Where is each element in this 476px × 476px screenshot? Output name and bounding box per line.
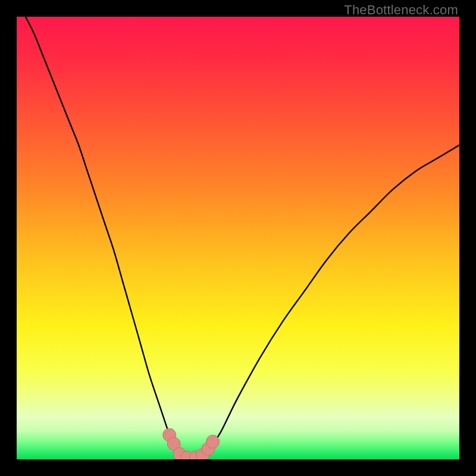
marker-dot [206,435,220,448]
plot-area [17,17,459,459]
watermark-text: TheBottleneck.com [344,2,458,18]
bottleneck-curve [17,17,459,459]
curve-path [26,17,459,459]
minimum-markers [163,428,220,459]
